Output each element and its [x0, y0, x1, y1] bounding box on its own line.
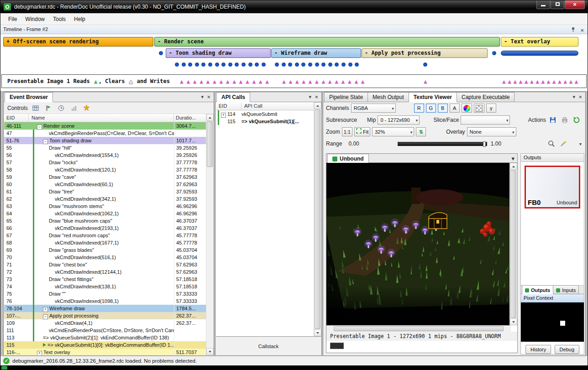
event-dot[interactable] [335, 63, 339, 67]
event-row[interactable]: 113=> vkQueueSubmit(2)[1]: vkEndCommandB… [4, 334, 206, 341]
gamma-button[interactable]: γ [486, 104, 496, 113]
fb0-thumbnail[interactable]: FB0 Unbound [525, 166, 580, 208]
event-row[interactable]: 74vkCmdDrawIndexed(138,1)57.18518 [4, 283, 206, 290]
write-marker-icon[interactable]: ▲ [315, 78, 319, 84]
event-row[interactable]: 76vkCmdDrawIndexed(1098,1)57.33333 [4, 297, 206, 305]
chevron-down-icon[interactable]: ▾ [201, 94, 204, 100]
event-row[interactable]: 73Draw "chest fittings"57.18518 [4, 276, 206, 283]
event-dot[interactable] [248, 63, 252, 67]
event-dot[interactable] [348, 63, 352, 67]
stats-icon[interactable] [69, 103, 79, 113]
event-dot[interactable] [282, 63, 286, 67]
api-call-row[interactable]: +114vkQueueSubmit [216, 110, 315, 118]
slice-face-select[interactable] [461, 115, 510, 125]
write-marker-icon[interactable]: ▲ [289, 78, 292, 84]
blue-channel-button[interactable]: B [438, 104, 448, 113]
event-dot[interactable] [228, 63, 232, 67]
event-dot[interactable] [208, 63, 212, 67]
event-browser-vertical-scrollbar[interactable] [206, 114, 213, 355]
channels-select[interactable]: RGBA [351, 104, 396, 113]
settings-star-icon[interactable] [82, 103, 92, 113]
tab-outputs[interactable]: Outputs [522, 285, 553, 294]
refresh-icon[interactable] [572, 115, 582, 125]
magnifier-icon[interactable] [546, 139, 556, 149]
green-channel-button[interactable]: G [426, 104, 436, 113]
menu-window[interactable]: Window [21, 14, 49, 24]
scrollbar-thumb[interactable] [315, 109, 320, 329]
timeline-bar-offscreen-scene-rendering[interactable]: + Off-screen scene rendering [3, 37, 153, 47]
event-row[interactable]: 57Draw "rocks"37.77778 [4, 159, 206, 166]
write-marker-icon[interactable]: ▲ [252, 78, 256, 84]
menu-help[interactable]: Help [70, 14, 89, 24]
expand-icon[interactable]: + [43, 307, 48, 312]
callstack-section[interactable]: Callstack [216, 336, 321, 355]
write-marker-icon[interactable]: ▲ [354, 78, 358, 84]
close-icon[interactable]: × [207, 94, 210, 100]
flag-icon[interactable] [43, 103, 53, 113]
flip-y-button[interactable]: ⇅ [416, 127, 426, 136]
scrollbar-thumb[interactable] [510, 170, 516, 318]
collapse-icon[interactable]: − [37, 125, 42, 130]
event-row[interactable]: 60vkCmdDrawIndexed(60,1)37.62963 [4, 181, 206, 188]
event-dot[interactable] [201, 63, 205, 67]
event-dot[interactable] [188, 63, 192, 67]
red-channel-button[interactable]: R [414, 104, 424, 113]
event-row[interactable]: 46-111−Render scene3064.7... [4, 122, 206, 130]
timeline-body[interactable]: + Off-screen scene rendering - Render sc… [0, 34, 588, 74]
wand-icon[interactable] [558, 139, 568, 149]
event-dot[interactable] [328, 63, 332, 67]
event-row[interactable]: 58vkCmdDrawIndexed(120,1)37.77778 [4, 166, 206, 173]
api-call-row[interactable]: 115=> vkQueueSubmit(1)[... [216, 118, 315, 125]
write-marker-icon[interactable]: ▲ [206, 78, 210, 84]
tab-list-chevron-icon[interactable]: ▾ [511, 155, 514, 162]
event-dot[interactable] [295, 63, 299, 67]
write-marker-icon[interactable]: ▲ [295, 78, 299, 84]
history-button[interactable]: History [525, 345, 551, 354]
timeline-bar-text-overlay-events[interactable] [501, 51, 578, 56]
column-eid[interactable]: EID [216, 102, 242, 110]
range-min-value[interactable]: 0.00 [348, 141, 359, 147]
tab-texture-viewer[interactable]: Texture Viewer [409, 92, 457, 102]
event-row[interactable]: 78-104+Wireframe draw1784.5... [4, 305, 206, 312]
write-marker-icon[interactable]: ▲ [341, 78, 345, 84]
scroll-down-icon[interactable] [314, 329, 321, 336]
range-max-value[interactable]: 1.00 [491, 141, 501, 147]
event-row[interactable]: 51-76−Toon shading draw1017.7... [4, 137, 206, 144]
write-marker-icon[interactable]: ▲ [246, 78, 249, 84]
event-row[interactable]: 69Draw "grass blades"45.03704 [4, 246, 206, 254]
write-marker-icon[interactable]: ▲ [536, 78, 539, 84]
event-dot[interactable] [215, 63, 219, 67]
scroll-down-icon[interactable] [510, 318, 517, 325]
event-row[interactable]: 64vkCmdDrawIndexed(1062,1)46.96296 [4, 210, 206, 217]
event-dot[interactable] [301, 63, 305, 67]
write-marker-icon[interactable]: ▲ [541, 78, 545, 84]
event-row[interactable]: 75Draw ""57.33333 [4, 290, 206, 297]
write-marker-icon[interactable]: ▲ [180, 78, 184, 84]
event-row[interactable]: 47vkCmdBeginRenderPass(C=Clear, D=Clear,… [4, 130, 206, 137]
write-marker-icon[interactable]: ▲ [193, 78, 197, 84]
event-dot[interactable] [341, 63, 346, 67]
event-row[interactable]: 72vkCmdDrawIndexed(12144,1)57.62963 [4, 268, 206, 276]
collapse-icon[interactable]: − [43, 314, 48, 319]
event-row[interactable]: 67Draw "red mushroom caps"45.77778 [4, 232, 206, 239]
event-dot[interactable] [492, 51, 496, 55]
event-dot[interactable] [182, 63, 186, 67]
maximize-button[interactable] [551, 0, 564, 9]
titlebar[interactable]: debugmarker.rdc - RenderDoc Unofficial r… [0, 0, 588, 13]
event-row[interactable]: 65Draw "blue mushroom caps"46.37037 [4, 217, 206, 224]
write-marker-icon[interactable]: ▲ [213, 78, 216, 84]
write-marker-icon[interactable]: ▲ [226, 78, 230, 84]
event-dot[interactable] [308, 63, 312, 67]
minimize-button[interactable] [536, 0, 550, 9]
range-slider-handle[interactable] [483, 141, 486, 147]
timeline-bar-apply-post-processing[interactable]: - Apply post processing [362, 48, 488, 58]
event-row[interactable]: 59Draw "cave"37.62963 [4, 173, 206, 181]
column-api-call[interactable]: API Call [242, 102, 315, 110]
event-dot[interactable] [242, 63, 246, 67]
event-row[interactable]: 71Draw "chest box"57.62963 [4, 261, 206, 268]
background-checker-button[interactable] [474, 104, 484, 113]
zoom-level-select[interactable]: 32% [372, 127, 414, 136]
range-slider[interactable] [398, 142, 487, 146]
zoom-1to1-button[interactable]: 1:1 [342, 127, 352, 136]
write-marker-icon[interactable]: ▲ [530, 78, 534, 84]
